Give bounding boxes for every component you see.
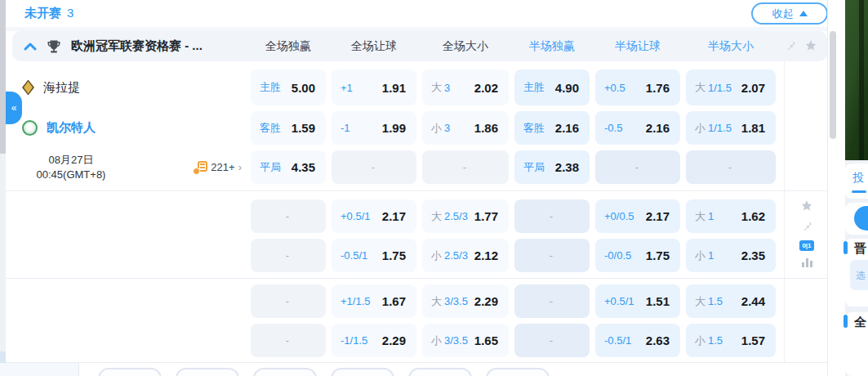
odds-value: 4.90 [555, 81, 579, 95]
odds-value: 5.00 [292, 81, 315, 95]
odds-cell[interactable]: 小2.5/32.12 [422, 239, 509, 272]
odds-cell[interactable]: 大1.52.44 [686, 284, 776, 318]
odds-label: 小1 [695, 248, 714, 263]
market-pill[interactable] [486, 368, 550, 376]
odds-value: 2.12 [474, 248, 498, 262]
market-pill[interactable] [253, 368, 317, 376]
odds-cell[interactable]: 小31.86 [422, 111, 509, 145]
panel-action-button[interactable] [854, 206, 868, 231]
odds-cell[interactable]: 客胜2.16 [514, 111, 590, 145]
markets-count: 221+ [211, 161, 234, 173]
pin-match-icon[interactable] [800, 220, 813, 233]
odds-cell[interactable]: +11.91 [332, 69, 416, 105]
column-header-ht-handicap: 半场让球 [595, 39, 680, 54]
odds-value: 2.17 [646, 209, 670, 223]
odds-cell[interactable]: -0.52.16 [595, 111, 680, 145]
odds-cell[interactable]: - [251, 239, 326, 272]
odds-cell[interactable]: 大11.62 [686, 199, 776, 233]
odds-label: 小3 [431, 121, 450, 136]
odds-cell[interactable]: - [251, 324, 326, 357]
match-datetime: 08月27日 00:45(GMT+8) [10, 153, 132, 181]
panel-section-1-box[interactable]: 选 [850, 260, 868, 290]
league-header-row[interactable]: 欧洲冠军联赛资格赛 - ... 全场独赢 全场让球 全场大小 半场独赢 半场让球… [12, 31, 827, 61]
collapse-button[interactable]: 收起 [751, 2, 828, 25]
odds-cell[interactable]: -11.99 [332, 111, 416, 145]
odds-label: 大2.5/3 [431, 209, 468, 224]
odds-cell[interactable]: 大3/3.52.29 [422, 284, 509, 318]
odds-cell[interactable]: - [686, 150, 776, 184]
header-pin-actions [784, 39, 817, 52]
vertical-scrollbar-thumb[interactable] [830, 31, 836, 139]
market-pill[interactable] [331, 368, 394, 376]
odds-cell[interactable]: 小1/1.51.81 [686, 111, 776, 145]
odds-cell[interactable]: -0/0.51.75 [595, 239, 680, 272]
chevron-up-icon[interactable] [24, 41, 37, 52]
zero-one-odds-format-icon[interactable]: 0|1 [799, 240, 814, 251]
odds-cell[interactable]: +1/1.51.67 [332, 284, 416, 318]
odds-label: -0.5/1 [604, 334, 631, 347]
column-header-ft-1x2: 全场独赢 [251, 39, 326, 54]
home-team-cell[interactable]: 海拉提 [0, 69, 245, 105]
section-accent-bar [844, 315, 848, 328]
odds-cell[interactable]: +0/0.52.17 [595, 199, 680, 233]
odds-cell[interactable]: 主胜4.90 [514, 69, 590, 105]
odds-cell[interactable]: -0.5/11.75 [332, 239, 416, 272]
panel-section-1-box-label: 选 [856, 269, 866, 283]
odds-cell[interactable]: +0.5/11.51 [595, 284, 680, 318]
betslip-tab[interactable]: 投 [852, 171, 864, 186]
odds-cell[interactable]: 主胜5.00 [251, 69, 326, 105]
odds-cell[interactable]: - [422, 150, 509, 184]
pin-icon[interactable] [784, 39, 797, 52]
odds-cell[interactable]: - [332, 150, 416, 184]
odds-cell[interactable]: - [514, 324, 590, 357]
stats-chart-icon[interactable] [802, 258, 812, 267]
odds-label: 小1/1.5 [695, 121, 732, 136]
match-video-thumbnail[interactable] [845, 0, 868, 160]
star-icon[interactable] [804, 39, 817, 52]
match-meta-cell: 08月27日 00:45(GMT+8) 221+ › [0, 150, 245, 184]
more-markets-link[interactable]: 221+ › [193, 161, 242, 174]
odds-label: 主胜 [260, 80, 281, 95]
odds-label: 大3 [431, 80, 450, 95]
odds-value: 4.35 [292, 160, 315, 174]
active-tab-underline [852, 190, 866, 193]
sidebar-collapse-tab[interactable]: « [6, 92, 22, 124]
market-pill[interactable] [98, 368, 162, 376]
odds-cell[interactable]: +0.51.76 [595, 69, 680, 105]
odds-cell[interactable]: 小12.35 [686, 239, 776, 272]
odds-value: 1.77 [474, 209, 498, 223]
odds-label: 主胜 [523, 80, 545, 95]
odds-value: 1.81 [741, 121, 765, 135]
odds-label: 大1 [695, 209, 714, 224]
odds-cell[interactable]: 平局2.38 [514, 150, 590, 184]
odds-cell[interactable]: -1/1.52.29 [332, 324, 416, 357]
odds-label: -0.5/1 [341, 249, 367, 262]
column-header-ht-1x2: 半场独赢 [514, 39, 590, 54]
odds-cell[interactable]: - [514, 199, 590, 233]
odds-cell[interactable]: - [251, 199, 326, 233]
odds-cell[interactable]: +0.5/12.17 [332, 199, 416, 233]
favorite-star-icon[interactable] [800, 199, 813, 213]
odds-cell[interactable]: - [595, 150, 680, 184]
market-pill[interactable] [176, 368, 239, 376]
odds-cell[interactable]: 大1/1.52.07 [686, 69, 776, 105]
odds-cell[interactable]: 小3/3.51.65 [422, 324, 509, 357]
odds-cell[interactable]: 大2.5/31.77 [422, 199, 509, 233]
odds-cell[interactable]: 大32.02 [422, 69, 509, 105]
odds-value: 1.57 [741, 333, 765, 347]
column-header-ft-handicap: 全场让球 [332, 39, 416, 54]
odds-cell[interactable]: -0.5/12.63 [595, 324, 680, 357]
odds-cell[interactable]: - [514, 239, 590, 272]
odds-cell[interactable]: - [251, 284, 326, 318]
away-team-cell[interactable]: 凯尔特人 [0, 111, 245, 145]
odds-cell[interactable]: - [514, 284, 590, 318]
odds-cell[interactable]: 客胜1.59 [251, 111, 326, 145]
market-pill[interactable] [408, 368, 472, 376]
right-side-panel: 投 晋 选 全 [845, 0, 868, 376]
odds-cell[interactable]: 小1.51.57 [686, 324, 776, 357]
odds-label: +0.5 [604, 82, 625, 94]
double-chevron-left-icon: « [11, 102, 17, 114]
empty-team-cell [0, 239, 245, 272]
odds-label: +0.5/1 [604, 295, 634, 307]
odds-cell[interactable]: 平局4.35 [251, 150, 326, 184]
